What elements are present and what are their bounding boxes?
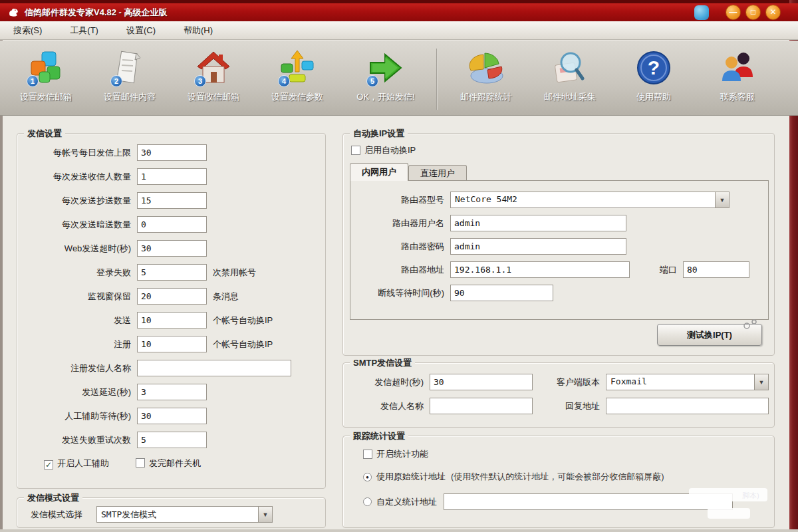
web-timeout-input[interactable] [137,240,207,257]
field-suffix: 个帐号自动换IP [207,338,273,350]
enable-auto-ip-checkbox[interactable]: 启用自动换IP [351,144,416,156]
checkbox-row: ✓开启人工辅助 发完邮件关机 [44,458,325,469]
step-badge: 4 [278,75,290,87]
chevron-down-icon[interactable]: ▼ [715,192,729,207]
tab-direct-user[interactable]: 直连用户 [408,165,467,181]
field-label: 回复地址 [539,400,606,412]
close-button[interactable]: ✕ [765,5,781,20]
field-label: 发送延迟(秒) [24,386,137,398]
send-count-autoip-input[interactable] [137,312,207,329]
register-sender-name-input[interactable] [137,360,291,376]
checkbox-box[interactable] [363,450,372,459]
step-badge: 1 [27,75,39,87]
form-row: 路由器地址 端口 [350,261,768,278]
smtp-settings-group: SMTP发信设置 发信超时(秒) 客户端版本 Foxmail ▼ 发信人名称 回… [342,362,775,428]
form-row: Web发送超时(秒) [24,240,325,257]
chevron-down-icon[interactable]: ▼ [258,507,272,522]
menu-help[interactable]: 帮助(H) [180,23,217,39]
field-label: 客户端版本 [539,376,606,388]
manual-assist-checkbox[interactable]: ✓开启人工辅助 [44,458,109,469]
router-port-input[interactable] [683,261,749,278]
form-row: 监视窗保留 条消息 [24,288,325,305]
intranet-tab-panel: 路由器型号 NetCore 54M2 ▼ 路由器用户名 路由器密码 路由器地址 … [350,180,769,320]
field-label: 发信人名称 [343,400,430,412]
radio-dot[interactable] [363,497,372,506]
selected-value: SMTP发信模式 [97,507,258,522]
offline-wait-input[interactable] [450,285,553,301]
recipients-per-send-input[interactable] [137,168,207,185]
menu-settings[interactable]: 设置(C) [122,23,160,39]
radio-dot[interactable]: ● [363,473,372,481]
minimize-button[interactable]: — [726,5,741,20]
toolbar-help[interactable]: ? 使用帮助 [612,47,696,112]
sender-name-input[interactable] [430,398,533,414]
toolbar-start-sending[interactable]: 5 OK，开始发信! [339,47,432,112]
field-label: 发信模式选择 [31,509,88,521]
field-label: 路由器用户名 [350,217,450,229]
checkbox-box[interactable] [351,146,360,155]
svg-text:?: ? [648,57,660,78]
window-title: 信鸽邮件群发专家V4.82 - 高级企业版 [25,7,168,19]
field-label: 人工辅助等待(秒) [24,410,137,422]
selected-value: NetCore 54M2 [451,192,715,207]
watermark-patch [708,508,750,519]
maximize-button[interactable]: □ [745,5,761,20]
toolbar-setup-mail-content[interactable]: 2 设置邮件内容 [88,47,172,112]
bcc-per-send-input[interactable] [137,216,207,233]
toolbar-mail-track-stats[interactable]: 邮件跟踪统计 [444,47,528,112]
main-toolbar: 1 设置发信邮箱 2 设置邮件内容 [0,41,798,116]
menu-tools[interactable]: 工具(T) [66,23,102,39]
enable-stats-checkbox[interactable]: 开启统计功能 [363,448,428,460]
form-row: 发送延迟(秒) [24,384,325,400]
router-password-input[interactable] [450,238,626,255]
toolbar-mail-address-collect[interactable]: 邮件地址采集 [528,47,612,112]
menu-search[interactable]: 搜索(S) [9,23,46,39]
router-username-input[interactable] [450,215,626,231]
original-stats-radio[interactable]: ● 使用原始统计地址 (使用软件默认的统计地址，可能会被部分收信邮箱屏蔽) [363,471,664,483]
send-mode-select[interactable]: SMTP发信模式 ▼ [96,506,273,523]
manual-assist-wait-input[interactable] [137,408,207,424]
step-badge: 3 [194,75,206,87]
register-count-autoip-input[interactable] [137,336,207,352]
tab-intranet-user[interactable]: 内网用户 [350,163,408,181]
login-fail-input[interactable] [137,264,207,281]
tray-blue-icon [694,5,709,20]
radio-note: (使用软件默认的统计地址，可能会被部分收信邮箱屏蔽) [451,471,664,483]
toolbar-contact-support[interactable]: 联系客服 [696,47,779,112]
toolbar-label: 设置发信参数 [271,91,323,103]
send-settings-group: 发信设置 每帐号每日发信上限 每次发送收信人数量 每次发送抄送数量 每次发送暗送… [17,133,326,489]
checkbox-box[interactable] [136,458,145,467]
router-model-select[interactable]: NetCore 54M2 ▼ [450,192,730,208]
toolbar-setup-recipient-mailbox[interactable]: 3 设置收信邮箱 [172,47,255,112]
toolbar-label: OK，开始发信! [356,91,414,103]
client-version-select[interactable]: Foxmail ▼ [606,374,769,390]
daily-send-limit-input[interactable] [137,144,207,161]
checkbox-label: 启用自动换IP [364,144,416,156]
search-collect-icon [551,49,589,86]
pigeon-logo-icon [7,6,20,19]
form-row: 发送 个帐号自动换IP [24,312,325,329]
form-row: 发信模式选择 SMTP发信模式 ▼ [31,506,325,523]
cc-per-send-input[interactable] [137,192,207,209]
monitor-keep-input[interactable] [137,288,207,305]
custom-stats-radio[interactable]: 自定义统计地址 [363,493,733,510]
toolbar-label: 邮件地址采集 [544,91,596,103]
field-label: 每次发送暗送数量 [24,219,137,231]
auto-ip-tabs: 内网用户 直连用户 [350,163,467,181]
checkbox-box[interactable]: ✓ [44,460,53,469]
smtp-timeout-input[interactable] [430,374,533,390]
shutdown-after-send-checkbox[interactable]: 发完邮件关机 [136,458,201,469]
fail-retry-input[interactable] [137,432,207,448]
group-title: 发信模式设置 [24,492,82,504]
field-label: 登录失败 [24,267,137,279]
toolbar-setup-send-params[interactable]: 4 设置发信参数 [255,47,339,112]
menu-bar: 搜索(S) 工具(T) 设置(C) 帮助(H) [0,21,798,40]
form-row: 发信超时(秒) 客户端版本 Foxmail ▼ [343,374,774,390]
reply-address-input[interactable] [606,398,769,414]
toolbar-label: 联系客服 [720,91,755,103]
toolbar-label: 设置发信邮箱 [20,91,72,103]
router-address-input[interactable] [450,261,630,278]
chevron-down-icon[interactable]: ▼ [754,374,768,390]
send-delay-input[interactable] [137,384,207,400]
toolbar-setup-sender-mailbox[interactable]: 1 设置发信邮箱 [4,47,88,112]
